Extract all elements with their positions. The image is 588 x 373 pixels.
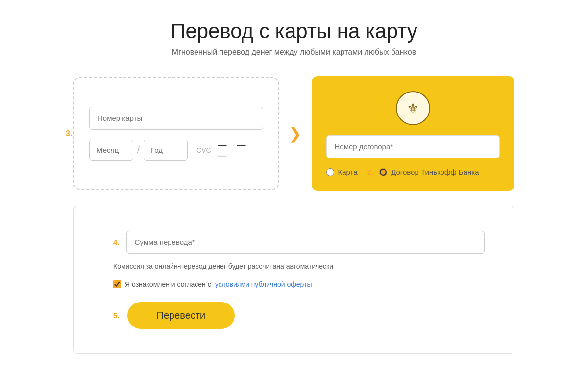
radio-contract-label: Договор Тинькофф Банка — [391, 168, 479, 176]
slash-divider: / — [137, 145, 140, 155]
expiry-cvc-row: / CVC — — — — [89, 140, 263, 161]
page-subtitle: Мгновенный перевод денег между любыми ка… — [172, 48, 416, 57]
source-card: 3. / CVC — — — — [74, 77, 279, 190]
amount-step-number: 4. — [113, 238, 120, 246]
radio-contract-option[interactable]: 2. Договор Тинькофф Банка — [368, 168, 479, 176]
arrow-divider: ❯ — [279, 124, 312, 143]
month-input[interactable] — [89, 140, 133, 161]
dest-card: ⚜ Карта 2. Договор Тинькофф Банка — [312, 76, 515, 191]
agree-text: Я ознакомлен и согласен с — [125, 280, 211, 288]
submit-row: 5. Перевести — [113, 302, 485, 329]
cards-section: 3. / CVC — — — ❯ ⚜ — [74, 76, 514, 191]
cvc-dashes: — — — — [218, 140, 263, 161]
agree-checkbox[interactable] — [113, 280, 121, 288]
radio-card-input[interactable] — [326, 168, 334, 176]
dest-step-number: 2. — [368, 168, 374, 176]
fee-note: Комиссия за онлайн-перевод денег будет р… — [113, 261, 485, 272]
bank-logo: ⚜ — [396, 91, 430, 125]
submit-button[interactable]: Перевести — [127, 302, 235, 329]
payment-type-radio-group: Карта 2. Договор Тинькофф Банка — [326, 168, 500, 176]
card-number-input[interactable] — [89, 107, 263, 130]
offer-link[interactable]: условиями публичной оферты — [215, 280, 312, 288]
radio-contract-input[interactable] — [379, 168, 387, 176]
source-step-number: 3. — [66, 129, 72, 138]
year-input[interactable] — [144, 140, 188, 161]
amount-input[interactable] — [126, 231, 485, 254]
submit-step-number: 5. — [113, 311, 120, 320]
radio-card-option[interactable]: Карта — [326, 168, 358, 176]
cvc-label: CVC — [196, 146, 211, 154]
radio-card-label: Карта — [338, 168, 358, 176]
page-title: Перевод с карты на карту — [171, 20, 417, 43]
amount-row: 4. — [113, 231, 485, 254]
contract-number-input[interactable] — [326, 135, 500, 158]
bottom-section: 4. Комиссия за онлайн-перевод денег буде… — [74, 206, 514, 354]
agree-row: Я ознакомлен и согласен с условиями публ… — [113, 280, 485, 288]
